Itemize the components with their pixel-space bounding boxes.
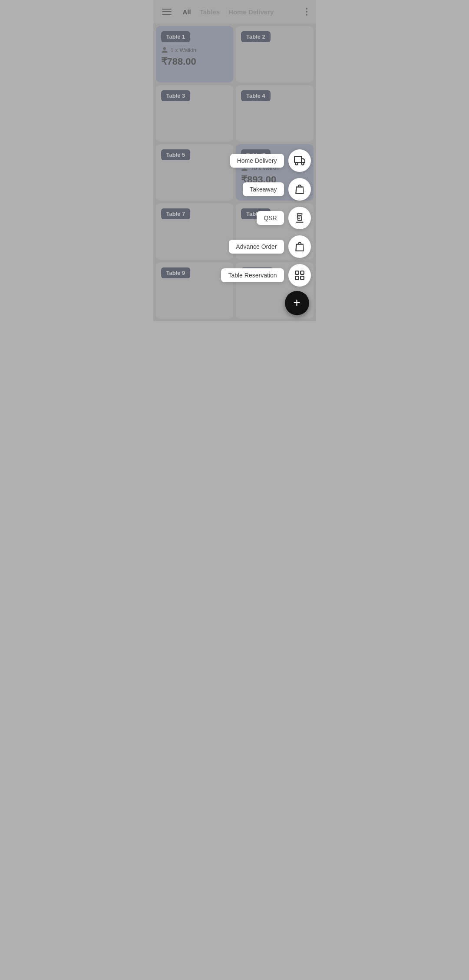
fab-icon: + (293, 297, 300, 309)
bag-icon-advance (294, 241, 305, 252)
amount-1: ₹788.00 (161, 56, 228, 67)
table-card-2[interactable]: Table 2 (236, 26, 314, 82)
table-card-4[interactable]: Table 4 (236, 85, 314, 142)
svg-rect-3 (296, 222, 303, 223)
dial-label-advance-order[interactable]: Advance Order (229, 240, 284, 254)
fab-button[interactable]: + (285, 291, 309, 315)
more-options-icon[interactable] (304, 6, 309, 17)
header: All Tables Home Delivery (153, 0, 316, 23)
svg-point-1 (295, 162, 297, 165)
table-label-4: Table 4 (241, 90, 271, 101)
nav-tabs: All Tables Home Delivery (178, 7, 304, 17)
svg-rect-4 (298, 215, 301, 216)
svg-rect-5 (298, 217, 300, 218)
dial-item-qsr: QSR (257, 207, 310, 229)
table-card-3[interactable]: Table 3 (156, 85, 234, 142)
svg-rect-10 (301, 276, 304, 280)
table-card-1[interactable]: Table 1 1 x Walkin ₹788.00 (156, 26, 234, 82)
dial-btn-takeaway[interactable] (288, 178, 311, 201)
walkin-info-1: 1 x Walkin (161, 46, 228, 53)
svg-rect-7 (295, 271, 299, 274)
tab-tables[interactable]: Tables (195, 7, 224, 17)
table-label-1: Table 1 (161, 31, 191, 42)
hamburger-icon[interactable] (160, 7, 173, 16)
dial-item-home-delivery: Home Delivery (230, 149, 311, 172)
page-wrapper: All Tables Home Delivery Table 1 1 x Wal… (153, 0, 316, 321)
dial-label-table-reservation[interactable]: Table Reservation (221, 268, 284, 282)
qsr-icon (294, 212, 305, 224)
walkin-text-1: 1 x Walkin (171, 47, 196, 53)
table-label-5: Table 5 (161, 149, 191, 160)
svg-rect-0 (294, 156, 301, 162)
svg-point-2 (301, 162, 304, 165)
table-label-9: Table 9 (161, 267, 191, 278)
dial-item-advance-order: Advance Order (229, 235, 310, 258)
svg-rect-6 (298, 218, 300, 219)
truck-icon (294, 155, 305, 166)
grid-icon (294, 270, 305, 281)
dial-label-home-delivery[interactable]: Home Delivery (230, 154, 284, 168)
table-label-3: Table 3 (161, 90, 191, 101)
tab-home-delivery[interactable]: Home Delivery (224, 7, 278, 17)
speed-dial-menu: Home Delivery Takeaway QSR (221, 149, 310, 287)
dial-btn-qsr[interactable] (288, 207, 311, 229)
bag-icon-takeaway (294, 184, 305, 195)
dial-label-qsr[interactable]: QSR (257, 211, 284, 225)
dial-btn-advance-order[interactable] (288, 235, 311, 258)
dial-label-takeaway[interactable]: Takeaway (243, 182, 284, 196)
dial-btn-table-reservation[interactable] (288, 264, 311, 287)
table-label-7: Table 7 (161, 208, 191, 219)
dial-btn-home-delivery[interactable] (288, 149, 311, 172)
table-label-2: Table 2 (241, 31, 271, 42)
svg-rect-8 (301, 271, 304, 274)
tab-all[interactable]: All (178, 7, 195, 17)
person-icon-1 (161, 46, 168, 53)
dial-item-takeaway: Takeaway (243, 178, 310, 201)
dial-item-table-reservation: Table Reservation (221, 264, 310, 287)
svg-rect-9 (295, 276, 299, 280)
